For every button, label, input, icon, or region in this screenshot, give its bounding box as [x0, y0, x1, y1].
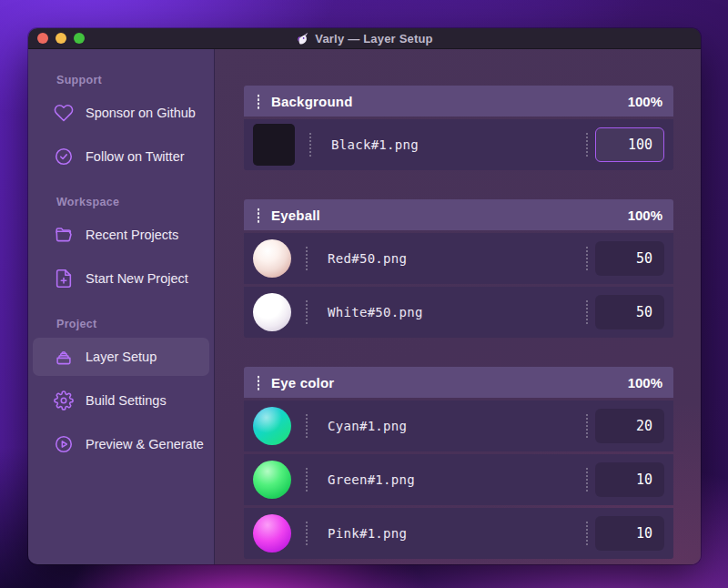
- sidebar-item-label: Preview & Generate: [86, 437, 204, 451]
- heart-icon: [54, 103, 74, 123]
- divider-dots: [306, 247, 308, 270]
- badge-check-icon: [54, 147, 74, 167]
- divider-dots: [306, 522, 308, 545]
- layer-weight-input[interactable]: [595, 516, 664, 551]
- divider-dots: [586, 468, 588, 492]
- sidebar-section-support: Support Sponsor on Github Follow on Twit…: [28, 74, 214, 176]
- group-header: Eyeball 100%: [244, 199, 673, 230]
- layer-group-eye-color: Eye color 100% Cyan#1.png Green#1.png: [244, 367, 673, 559]
- gear-icon: [54, 390, 74, 411]
- layer-row: Cyan#1.png: [244, 400, 673, 451]
- sidebar-item-label: Build Settings: [86, 393, 167, 408]
- drag-handle-icon[interactable]: [257, 208, 260, 223]
- sidebar-section-project: Project Layer Setup Build Settings: [28, 318, 214, 463]
- group-percent: 100%: [628, 375, 662, 390]
- layer-group-background: Background 100% Black#1.png: [244, 86, 673, 170]
- sidebar-item-recent-projects[interactable]: Recent Projects: [33, 216, 209, 254]
- layer-group-eyeball: Eyeball 100% Red#50.png White#50.png: [244, 199, 673, 338]
- divider-dots: [586, 133, 588, 157]
- sidebar-item-label: Layer Setup: [86, 350, 157, 364]
- app-window: Varly — Layer Setup Support Sponsor on G…: [28, 28, 701, 564]
- sidebar-item-layer-setup[interactable]: Layer Setup: [33, 338, 209, 376]
- layer-thumbnail: [253, 407, 291, 445]
- drag-handle-icon[interactable]: [257, 375, 260, 390]
- layer-weight-input[interactable]: [595, 295, 664, 329]
- file-plus-icon: [54, 269, 74, 289]
- sidebar-item-label: Start New Project: [86, 271, 188, 286]
- zoom-button[interactable]: [74, 33, 85, 44]
- divider-dots: [309, 133, 311, 157]
- group-name: Eyeball: [271, 208, 628, 223]
- sidebar-item-start-new-project[interactable]: Start New Project: [33, 259, 209, 298]
- layer-filename: Green#1.png: [328, 472, 586, 487]
- window-title-text: Varly — Layer Setup: [315, 32, 433, 46]
- window-title: Varly — Layer Setup: [296, 32, 433, 46]
- divider-dots: [586, 414, 588, 438]
- layer-weight-input[interactable]: [595, 462, 664, 497]
- layers-icon: [54, 347, 74, 367]
- layer-row: Black#1.png: [244, 119, 673, 170]
- group-percent: 100%: [628, 94, 662, 109]
- layer-row: Pink#1.png: [244, 508, 673, 559]
- titlebar[interactable]: Varly — Layer Setup: [28, 28, 701, 49]
- sidebar: Support Sponsor on Github Follow on Twit…: [28, 49, 215, 564]
- layer-thumbnail: [253, 514, 291, 553]
- sidebar-item-label: Recent Projects: [86, 228, 178, 242]
- divider-dots: [586, 247, 588, 270]
- sidebar-item-label: Follow on Twitter: [86, 149, 185, 164]
- layer-filename: Red#50.png: [328, 251, 586, 266]
- sidebar-item-preview-generate[interactable]: Preview & Generate: [33, 425, 209, 463]
- divider-dots: [306, 300, 308, 324]
- layer-filename: Pink#1.png: [328, 526, 586, 541]
- layer-thumbnail: [253, 124, 295, 166]
- unicorn-icon: [296, 32, 309, 46]
- layer-row: Green#1.png: [244, 454, 673, 505]
- layer-filename: Cyan#1.png: [328, 419, 586, 433]
- play-circle-icon: [54, 434, 74, 454]
- layer-row: Red#50.png: [244, 233, 673, 284]
- layer-weight-input[interactable]: [595, 127, 664, 162]
- sidebar-section-workspace: Workspace Recent Projects Start New Proj…: [28, 196, 214, 298]
- traffic-lights: [37, 28, 85, 48]
- layer-row: White#50.png: [244, 287, 673, 338]
- close-button[interactable]: [37, 33, 48, 44]
- drag-handle-icon[interactable]: [257, 94, 260, 109]
- layer-setup-panel: Background 100% Black#1.png Eyeball 100%: [215, 49, 701, 564]
- sidebar-item-build-settings[interactable]: Build Settings: [33, 381, 209, 420]
- layer-thumbnail: [253, 293, 291, 331]
- group-header: Eye color 100%: [244, 367, 673, 398]
- divider-dots: [586, 300, 588, 324]
- layer-thumbnail: [253, 239, 291, 278]
- sidebar-item-label: Sponsor on Github: [86, 106, 196, 120]
- divider-dots: [306, 414, 308, 438]
- sidebar-item-sponsor-on-github[interactable]: Sponsor on Github: [33, 94, 209, 132]
- group-percent: 100%: [628, 208, 662, 223]
- section-label-project: Project: [28, 318, 214, 332]
- group-name: Eye color: [271, 375, 628, 390]
- sidebar-item-follow-on-twitter[interactable]: Follow on Twitter: [33, 137, 209, 176]
- layer-filename: Black#1.png: [331, 137, 586, 152]
- layer-weight-input[interactable]: [595, 409, 664, 443]
- layer-filename: White#50.png: [328, 305, 586, 319]
- folder-icon: [54, 225, 74, 245]
- section-label-workspace: Workspace: [28, 196, 214, 210]
- minimize-button[interactable]: [56, 33, 66, 44]
- group-name: Background: [271, 94, 628, 109]
- divider-dots: [586, 522, 588, 545]
- divider-dots: [306, 468, 308, 492]
- layer-weight-input[interactable]: [595, 241, 664, 276]
- section-label-support: Support: [28, 74, 214, 88]
- layer-thumbnail: [253, 461, 291, 499]
- group-header: Background 100%: [244, 86, 673, 117]
